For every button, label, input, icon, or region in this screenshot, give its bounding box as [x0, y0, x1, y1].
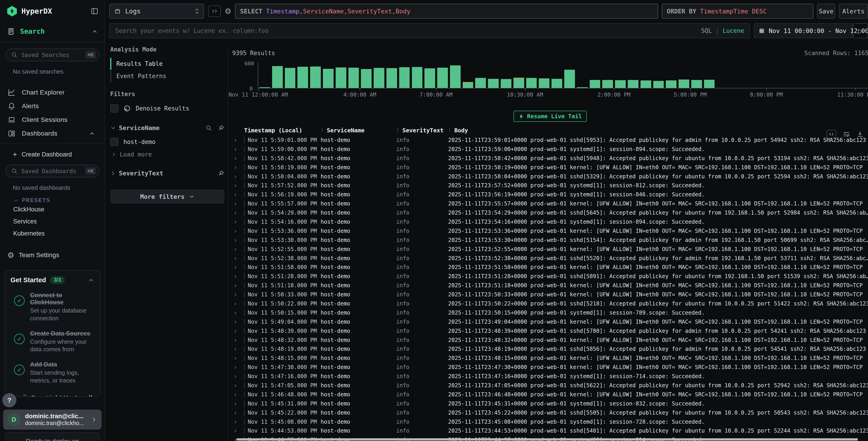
expand-row-icon[interactable]: › — [232, 346, 244, 352]
save-button[interactable]: Save — [817, 4, 835, 19]
edit-sql-button[interactable] — [208, 5, 221, 17]
chevron-up-icon[interactable] — [92, 28, 98, 35]
column-resize-handle[interactable]: ⁞ — [448, 127, 451, 134]
column-resize-handle[interactable]: ⁞ — [396, 127, 399, 134]
table-row[interactable]: › Nov 11 5:53:36.000 PM host-demo info 2… — [232, 227, 868, 236]
histogram-bar[interactable] — [552, 79, 562, 88]
expand-row-icon[interactable]: › — [232, 418, 244, 425]
histogram-bar[interactable] — [615, 80, 626, 88]
table-row[interactable]: › Nov 11 5:51:18.000 PM host-demo info 2… — [232, 281, 868, 290]
table-row[interactable]: › Nov 11 5:44:53.000 PM host-demo info 2… — [232, 427, 868, 436]
expand-row-icon[interactable]: › — [232, 427, 244, 434]
table-row[interactable]: › Nov 11 5:58:42.000 PM host-demo info 2… — [232, 154, 868, 163]
expand-row-icon[interactable]: › — [232, 355, 244, 361]
host-demo-checkbox[interactable] — [110, 138, 118, 146]
histogram-bar[interactable] — [374, 68, 384, 88]
expand-row-icon[interactable]: › — [232, 137, 244, 144]
histogram-bar[interactable] — [539, 78, 550, 88]
histogram-bar[interactable] — [564, 70, 575, 88]
histogram-bar[interactable] — [602, 80, 613, 88]
saved-searches-input[interactable]: Saved Searches ⌘K — [5, 49, 99, 61]
table-row[interactable]: › Nov 11 5:48:39.000 PM host-demo info 2… — [232, 326, 868, 335]
expand-row-icon[interactable]: › — [232, 264, 244, 271]
select-columns-input[interactable]: SELECT Timestamp,ServiceName,SeverityTex… — [235, 4, 658, 19]
pin-icon[interactable] — [218, 125, 224, 131]
table-row[interactable]: › Nov 11 5:47:16.000 PM host-demo info 2… — [232, 372, 868, 381]
table-row[interactable]: › Nov 11 5:56:19.000 PM host-demo info 2… — [232, 190, 868, 199]
table-row[interactable]: › Nov 11 5:47:30.000 PM host-demo info 2… — [232, 363, 868, 372]
expand-row-icon[interactable]: › — [232, 382, 244, 389]
filter-item-host-demo[interactable]: host-demo — [110, 138, 224, 146]
table-row[interactable]: › Nov 11 5:59:00.000 PM host-demo info 2… — [232, 145, 868, 154]
mode-event-patterns[interactable]: Event Patterns — [110, 70, 224, 82]
table-row[interactable]: › Nov 11 5:48:32.000 PM host-demo info 2… — [232, 335, 868, 345]
denoise-results-toggle[interactable]: Denoise Results — [110, 104, 224, 113]
table-row[interactable]: › Nov 11 5:59:01.000 PM host-demo info 2… — [232, 136, 868, 145]
expand-row-icon[interactable]: › — [232, 400, 244, 407]
checklist-item-data-sources[interactable]: ✓ Create Data Sources Configure where yo… — [10, 330, 94, 354]
histogram-bar[interactable] — [666, 80, 677, 88]
histogram-bar[interactable] — [463, 82, 473, 88]
presets-toggle[interactable]: PRESETS — [0, 192, 105, 203]
table-row[interactable]: › Nov 11 5:53:30.000 PM host-demo info 2… — [232, 236, 868, 245]
table-row[interactable]: › Nov 11 5:54:16.000 PM host-demo info 2… — [232, 217, 868, 227]
create-dashboard-button[interactable]: + Create Dashboard — [0, 144, 105, 159]
histogram-bar[interactable] — [704, 80, 715, 88]
expand-row-icon[interactable]: › — [232, 228, 244, 234]
column-header-timestamp[interactable]: Timestamp (Local) — [244, 127, 320, 134]
table-row[interactable]: › Nov 11 5:51:28.000 PM host-demo info 2… — [232, 272, 868, 281]
histogram-bar[interactable] — [272, 66, 283, 88]
histogram-bar[interactable] — [298, 67, 308, 88]
filter-group-severitytext[interactable]: SeverityText — [110, 170, 224, 177]
column-header-servicename[interactable]: ⁞ServiceName — [320, 127, 396, 134]
expand-row-icon[interactable]: › — [232, 237, 244, 243]
table-row[interactable]: › Nov 11 5:51:58.000 PM host-demo info 2… — [232, 263, 868, 272]
histogram-bar[interactable] — [386, 68, 397, 88]
histogram-bar[interactable] — [285, 68, 296, 88]
sidebar-item-dashboards[interactable]: Dashboards — [0, 127, 105, 140]
table-row[interactable]: › Nov 11 5:52:38.000 PM host-demo info 2… — [232, 254, 868, 263]
order-by-input[interactable]: ORDER BY TimestampTime DESC — [662, 4, 813, 19]
date-range-picker[interactable]: Nov 11 00:00:00 - Nov 12 00:00:00 — [754, 23, 853, 38]
sidebar-item-preset-clickhouse[interactable]: ClickHouse — [0, 203, 105, 215]
collapse-sidebar-icon[interactable] — [91, 7, 98, 15]
expand-row-icon[interactable]: › — [232, 364, 244, 371]
table-row[interactable]: › Nov 11 5:48:19.000 PM host-demo info 2… — [232, 345, 868, 354]
histogram-bar[interactable] — [641, 80, 651, 88]
table-row[interactable]: › Nov 11 5:48:15.000 PM host-demo info 2… — [232, 354, 868, 363]
sidebar-item-client-sessions[interactable]: Client Sessions — [0, 113, 105, 127]
expand-row-icon[interactable]: › — [232, 273, 244, 280]
sidebar-item-preset-kubernetes[interactable]: Kubernetes — [0, 228, 105, 240]
table-row[interactable]: › Nov 11 5:45:22.000 PM host-demo info 2… — [232, 408, 868, 417]
histogram-bar[interactable] — [679, 80, 689, 88]
histogram-bar[interactable] — [526, 78, 537, 88]
expand-row-icon[interactable]: › — [232, 337, 244, 344]
histogram-bar[interactable] — [361, 69, 372, 88]
histogram-bar[interactable] — [437, 68, 448, 88]
column-resize-handle[interactable]: ⁞ — [320, 127, 323, 134]
expand-row-icon[interactable]: › — [232, 373, 244, 380]
expand-row-icon[interactable]: › — [232, 182, 244, 189]
pin-icon[interactable] — [218, 170, 224, 177]
expand-row-icon[interactable]: › — [232, 191, 244, 198]
expand-row-icon[interactable]: › — [232, 200, 244, 207]
expand-row-icon[interactable]: › — [232, 173, 244, 180]
histogram-bar[interactable] — [412, 67, 423, 88]
histogram-bar[interactable] — [577, 87, 588, 88]
help-button[interactable]: ? — [2, 393, 17, 407]
histogram-bar[interactable] — [425, 68, 435, 88]
source-select[interactable]: Logs — [109, 4, 204, 19]
histogram-bar[interactable] — [323, 69, 334, 88]
sidebar-item-alerts[interactable]: Alerts — [0, 99, 105, 113]
load-more-button[interactable]: Load more — [110, 151, 224, 158]
more-filters-button[interactable]: More filters — [110, 189, 224, 204]
table-row[interactable]: › Nov 11 5:57:52.000 PM host-demo info 2… — [232, 181, 868, 190]
mode-results-table[interactable]: Results Table — [110, 58, 224, 70]
query-settings-button[interactable]: ⚙ — [224, 7, 231, 16]
expand-row-icon[interactable]: › — [232, 300, 244, 307]
filter-search-icon[interactable] — [206, 125, 212, 131]
histogram-bar[interactable] — [653, 81, 664, 88]
sidebar-item-preset-services[interactable]: Services — [0, 215, 105, 228]
table-row[interactable]: › Nov 11 5:55:57.000 PM host-demo info 2… — [232, 199, 868, 208]
expand-row-icon[interactable]: › — [232, 409, 244, 416]
